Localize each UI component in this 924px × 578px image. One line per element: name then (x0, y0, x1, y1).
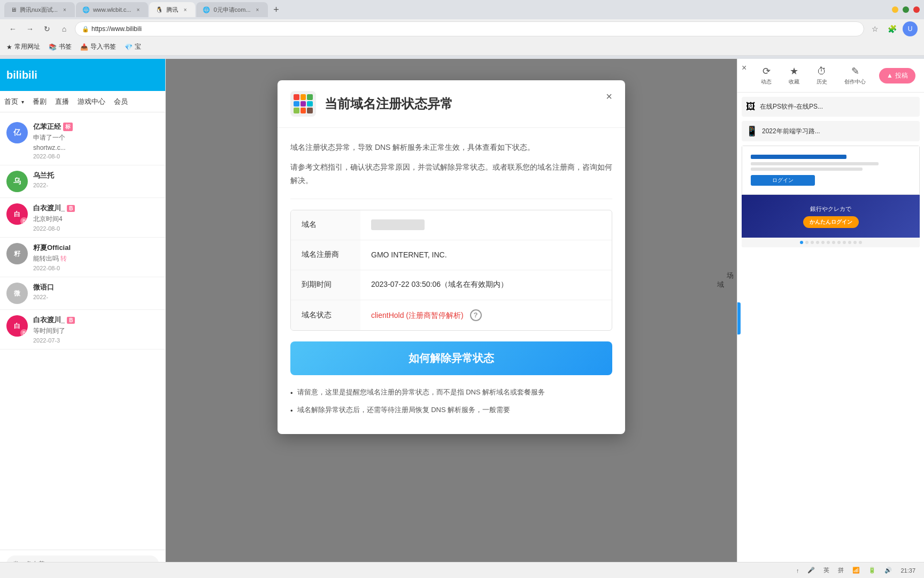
tab-3-favicon: 🐧 (156, 6, 163, 13)
bookmark-1-label: 常用网址 (14, 42, 40, 51)
extensions-button[interactable]: 🧩 (886, 22, 898, 35)
feed-name-3: 白衣渡川_ B (33, 203, 159, 213)
tab-2[interactable]: 🌐 www.wlcbit.c... × (76, 2, 149, 17)
back-button[interactable]: ← (6, 22, 19, 35)
feed-date-6: 2022-07-3 (33, 337, 159, 344)
bookmark-4[interactable]: 💎 宝 (125, 42, 141, 51)
tab-1[interactable]: 🖥 腾讯nux面试... × (4, 2, 75, 17)
feed-tag-1: 标 (63, 123, 73, 131)
note-1: • 请留意，这里是提醒您域名注册的异常状态，而不是指 DNS 解析域名或套餐服务 (290, 386, 612, 399)
dialog-description: 域名注册状态异常，导致 DNS 解析服务未正常生效，具体查看如下状态。 请参考文… (290, 141, 612, 188)
history-icon: ⏱ (817, 66, 827, 77)
dot-9 (843, 241, 846, 244)
ps-section[interactable]: 🖼 在线PS软件-在线PS... (742, 97, 920, 117)
avatar: 白 B (6, 203, 28, 225)
info-row-registrar: 域名注册商 GMO INTERNET, INC. (291, 240, 612, 270)
bookmark-2[interactable]: 📚 书签 (49, 42, 72, 51)
bookmark-star[interactable]: ☆ (868, 22, 881, 35)
list-item[interactable]: 亿 亿苯正经 标 申请了一个 shortwz.c... 2022-08-0 (0, 117, 165, 165)
ad-content: 銀行やクレカで かんたんログイン (803, 205, 859, 228)
screenshot-preview: ログイン 銀行やクレカで かんたんログイン (742, 146, 920, 247)
preview-element-3 (751, 168, 863, 171)
list-item[interactable]: 籽 籽夏Official 能转出吗 转 2022-08-0 (0, 238, 165, 277)
feed-content-2: 乌兰托 2022- (33, 171, 159, 188)
dialog-logo (290, 91, 316, 117)
list-item[interactable]: 白 B 白衣渡川_ B 等时间到了 2022-07-3 (0, 310, 165, 349)
status-lang-zh[interactable]: 拼 (838, 566, 844, 574)
status-arrow-up: ↑ (796, 567, 799, 574)
feed-content-1: 亿苯正经 标 申请了一个 shortwz.c... 2022-08-0 (33, 122, 159, 159)
maximize-button[interactable] (903, 6, 909, 13)
reload-button[interactable]: ↻ (41, 22, 53, 35)
feed-content-4: 籽夏Official 能转出吗 转 2022-08-0 (33, 243, 159, 271)
tab-3[interactable]: 🐧 腾讯 × (149, 2, 195, 17)
feed-name-5: 微语口 (33, 283, 159, 292)
bookmark-2-icon: 📚 (49, 43, 57, 51)
tab-4-label: 0元申请com... (213, 6, 250, 14)
toolbar-history[interactable]: ⏱ 历史 (812, 64, 831, 88)
right-toolbar: ⟳ 动态 ★ 收藏 ⏱ 历史 ✎ 创作中心 ▲ 投稿 (737, 59, 924, 93)
tab-1-label: 腾讯nux面试... (20, 6, 58, 14)
tab-3-close[interactable]: × (181, 6, 189, 13)
help-icon[interactable]: ? (470, 309, 482, 321)
avatar: 籽 (6, 243, 28, 264)
nav-home[interactable]: 首页 ▾ (4, 95, 24, 109)
user-avatar[interactable]: U (903, 21, 918, 36)
bookmark-3[interactable]: 📥 导入书签 (80, 42, 116, 51)
frontend-section[interactable]: 📱 2022年前端学习路... (742, 121, 920, 141)
dialog-body: 域名注册状态异常，导致 DNS 解析服务未正常生效，具体查看如下状态。 请参考文… (278, 128, 625, 434)
nav-vip[interactable]: 会员 (114, 95, 128, 109)
favorites-icon: ★ (790, 65, 798, 77)
resolve-button[interactable]: 如何解除异常状态 (290, 341, 612, 375)
bookmark-1-icon: ★ (6, 43, 12, 51)
home-button[interactable]: ⌂ (58, 22, 71, 35)
address-bar[interactable]: 🔒 https://www.bilibili (75, 21, 864, 36)
nav-games[interactable]: 游戏中心 (78, 95, 105, 109)
tab-1-close[interactable]: × (61, 6, 68, 13)
dialog-title: 当前域名注册状态异常 (325, 95, 453, 112)
ad-text-1: 銀行やクレカで (803, 205, 859, 213)
preview-inner: ログイン (742, 146, 920, 195)
tab-4-favicon: 🌐 (203, 6, 210, 13)
ad-button[interactable]: かんたんログイン (803, 216, 859, 228)
left-panel: bilibili 首页 ▾ 番剧 直播 游戏中心 会员 (0, 59, 166, 578)
tab-2-close[interactable]: × (134, 6, 142, 13)
tab-4[interactable]: 🌐 0元申请com... × (196, 2, 267, 17)
right-panel-close-button[interactable]: × (742, 63, 746, 73)
avatar: 白 B (6, 315, 28, 337)
status-wifi: 📶 (852, 567, 860, 574)
bullet-1: • (290, 387, 293, 399)
dot-11 (853, 241, 857, 244)
list-item[interactable]: 乌 乌兰托 2022- (0, 165, 165, 198)
nav-manga[interactable]: 番剧 (33, 95, 47, 109)
feed-date-1: 2022-08-0 (33, 153, 159, 159)
bookmark-1[interactable]: ★ 常用网址 (6, 42, 40, 51)
divider (290, 199, 612, 199)
domain-status-dialog: 当前域名注册状态异常 × 域名注册状态异常，导致 DNS 解析服务未正常生效，具… (278, 80, 625, 434)
nav-live[interactable]: 直播 (55, 95, 69, 109)
info-row-expiry: 到期时间 2023-07-22 03:50:06（域名在有效期内） (291, 270, 612, 300)
feed-date-2: 2022- (33, 182, 159, 188)
toolbar-favorites[interactable]: ★ 收藏 (784, 63, 804, 88)
feed-highlight-4: 转 (60, 255, 67, 262)
close-window-button[interactable] (913, 6, 920, 13)
dot-7 (832, 241, 835, 244)
forward-button[interactable]: → (24, 22, 36, 35)
right-panel-content: 🖼 在线PS软件-在线PS... 📱 2022年前端学习路... ログイン (737, 93, 924, 578)
upload-button[interactable]: ▲ 投稿 (879, 68, 915, 83)
domain-value-blurred (371, 219, 425, 230)
status-time: 21:37 (900, 567, 915, 574)
preview-element-1 (751, 155, 846, 159)
list-item[interactable]: 白 B 白衣渡川_ B 北京时间4 2022-08-0 (0, 198, 165, 238)
minimize-button[interactable] (892, 6, 898, 13)
dialog-close-button[interactable]: × (602, 89, 617, 104)
toolbar-create[interactable]: ✎ 创作中心 (840, 63, 870, 88)
new-tab-button[interactable]: + (269, 2, 284, 17)
tab-1-favicon: 🖥 (11, 6, 17, 13)
toolbar-dynamic[interactable]: ⟳ 动态 (757, 63, 776, 88)
center-panel: 当前域名注册状态异常 × 域名注册状态异常，导致 DNS 解析服务未正常生效，具… (166, 59, 737, 578)
tab-4-close[interactable]: × (254, 6, 261, 13)
list-item[interactable]: 微 微语口 2022- (0, 277, 165, 310)
tab-2-label: www.wlcbit.c... (93, 6, 132, 13)
status-lang-en[interactable]: 英 (823, 566, 829, 574)
